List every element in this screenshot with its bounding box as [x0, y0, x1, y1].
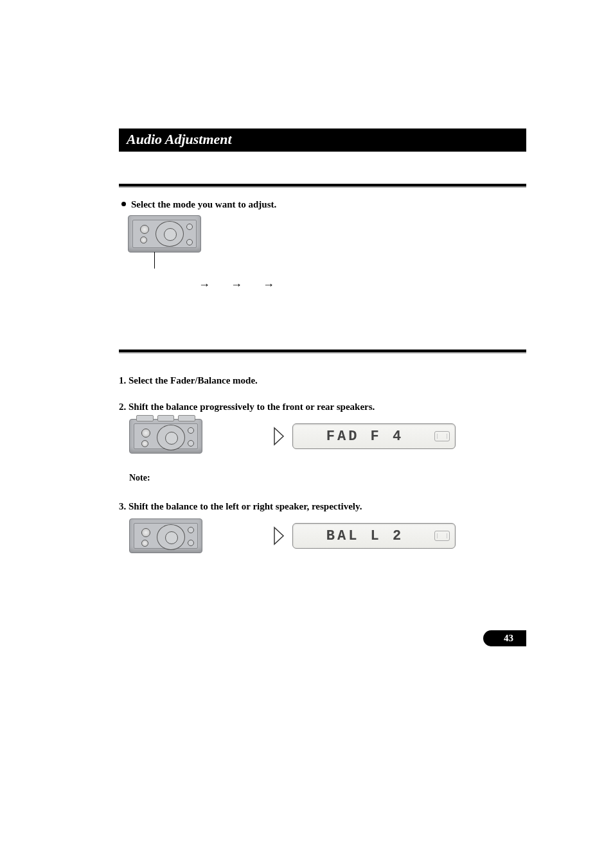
device-figure-main — [128, 215, 526, 252]
preset-button-icon — [188, 527, 194, 533]
aux-knob-icon — [140, 236, 147, 244]
step3-figures: BAL L 2 — [129, 518, 526, 553]
preset-button-icon — [186, 239, 193, 245]
section-balance-adjustment: 1. Select the Fader/Balance mode. 2. Shi… — [119, 350, 526, 553]
media-indicator-icon — [434, 431, 450, 441]
preset-button-icon — [188, 427, 194, 434]
dpad-ring-icon — [157, 425, 185, 450]
volume-knob-icon — [141, 429, 150, 438]
aux-knob-icon — [141, 540, 148, 547]
pointer-triangle-icon — [273, 526, 285, 545]
mode-cycle-arrows: → → → — [190, 278, 526, 292]
section-sub-rule — [119, 352, 526, 353]
volume-knob-icon — [140, 225, 149, 234]
step2-figures: FAD F 4 — [129, 419, 526, 454]
step-3-text: 3. Shift the balance to the left or righ… — [119, 501, 526, 512]
note-label: Note: — [129, 473, 526, 483]
lcd-display-fad: FAD F 4 — [273, 423, 456, 449]
media-indicator-icon — [434, 531, 450, 541]
device-top-controls — [136, 415, 195, 421]
lcd-display-bal: BAL L 2 — [273, 523, 456, 549]
dpad-ring-icon — [157, 524, 185, 550]
car-stereo-illustration — [129, 419, 202, 454]
bullet-icon — [121, 202, 126, 206]
page-number: 43 — [483, 630, 526, 646]
select-mode-bullet: Select the mode you want to adjust. — [121, 199, 526, 210]
dpad-center-icon — [164, 228, 177, 241]
pointer-triangle-icon — [273, 427, 285, 446]
lcd-readout-fad: FAD F 4 — [299, 429, 431, 445]
callout-leader-line — [154, 252, 155, 269]
dpad-ring-icon — [155, 221, 184, 247]
lcd-readout-bal: BAL L 2 — [299, 528, 431, 544]
lcd-frame: BAL L 2 — [292, 523, 456, 549]
section-selecting-mode: Select the mode you want to adjust. → → … — [119, 184, 526, 292]
arrow-right-icon: → — [231, 278, 242, 292]
step-2-text: 2. Shift the balance progressively to th… — [119, 402, 526, 412]
arrow-right-icon: → — [199, 278, 210, 292]
car-stereo-illustration — [129, 518, 202, 553]
step-1-text: 1. Select the Fader/Balance mode. — [119, 375, 526, 386]
preset-button-icon — [188, 540, 194, 546]
select-mode-text: Select the mode you want to adjust. — [131, 199, 276, 210]
dpad-center-icon — [165, 531, 178, 544]
chapter-header: Audio Adjustment — [119, 128, 526, 152]
lcd-frame: FAD F 4 — [292, 423, 456, 449]
preset-button-icon — [186, 224, 193, 230]
aux-knob-icon — [141, 440, 148, 447]
section-sub-rule — [119, 186, 526, 188]
volume-knob-icon — [141, 528, 150, 537]
arrow-right-icon: → — [263, 278, 274, 292]
preset-button-icon — [188, 440, 194, 447]
car-stereo-illustration — [128, 215, 201, 252]
dpad-center-icon — [165, 432, 178, 445]
